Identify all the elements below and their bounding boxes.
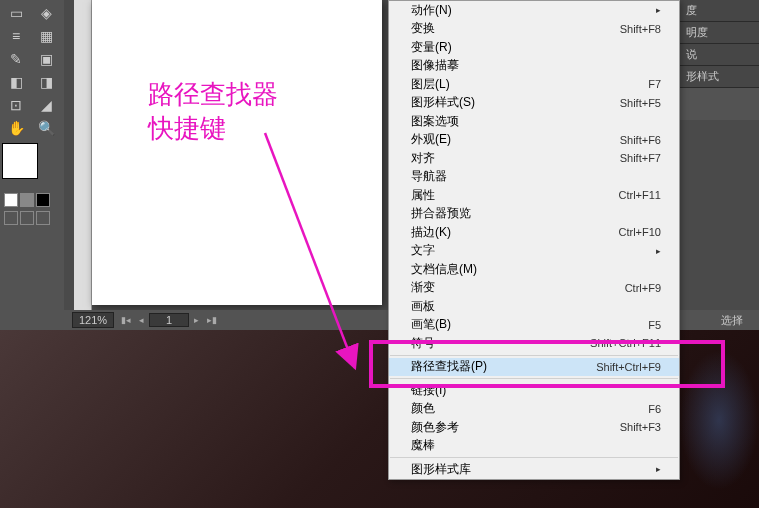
window-menu: 动作(N)变换Shift+F8变量(R)图像描摹图层(L)F7图形样式(S)Sh…	[388, 0, 680, 480]
mode-swatch[interactable]	[36, 193, 50, 207]
menu-item[interactable]: 颜色F6	[389, 400, 679, 419]
menu-separator	[390, 457, 678, 458]
page-navigator: ▮◂ ◂ 1 ▸ ▸▮	[118, 313, 220, 327]
panel-tab[interactable]: 说	[680, 44, 759, 66]
next-page-icon[interactable]: ▸	[191, 315, 202, 325]
menu-item-label: 图形样式(S)	[411, 94, 475, 111]
menu-item-shortcut: F7	[648, 78, 661, 90]
mode-row	[0, 191, 64, 209]
menu-item-shortcut: Shift+F5	[620, 97, 661, 109]
menu-item[interactable]: 描边(K)Ctrl+F10	[389, 223, 679, 242]
menu-item[interactable]: 变换Shift+F8	[389, 20, 679, 39]
panel-tab[interactable]: 形样式	[680, 66, 759, 88]
menu-item-shortcut: Shift+Ctrl+F9	[596, 361, 661, 373]
menu-item-label: 画板	[411, 298, 435, 315]
tool-icon[interactable]: ▭	[2, 2, 30, 24]
tool-icon[interactable]: ◢	[33, 94, 61, 116]
menu-item[interactable]: 图形样式(S)Shift+F5	[389, 94, 679, 113]
menu-item[interactable]: 导航器	[389, 168, 679, 187]
menu-item-label: 魔棒	[411, 437, 435, 454]
menu-item-label: 符号	[411, 335, 435, 352]
menu-item-shortcut: Shift+F6	[620, 134, 661, 146]
menu-item-label: 对齐	[411, 150, 435, 167]
page-input[interactable]: 1	[149, 313, 189, 327]
menu-item[interactable]: 图案选项	[389, 112, 679, 131]
menu-item[interactable]: 属性Ctrl+F11	[389, 186, 679, 205]
menu-item[interactable]: 画板	[389, 297, 679, 316]
menu-item[interactable]: 画笔(B)F5	[389, 316, 679, 335]
screen-mode-icon[interactable]	[36, 211, 50, 225]
last-page-icon[interactable]: ▸▮	[204, 315, 220, 325]
tool-grid: ▭ ◈ ≡ ▦ ✎ ▣ ◧ ◨ ⊡ ◢ ✋ 🔍	[0, 0, 64, 141]
menu-item[interactable]: 渐变Ctrl+F9	[389, 279, 679, 298]
tool-icon[interactable]: ◈	[33, 2, 61, 24]
menu-item[interactable]: 符号Shift+Ctrl+F11	[389, 334, 679, 353]
menu-item[interactable]: 外观(E)Shift+F6	[389, 131, 679, 150]
menu-item-label: 图形样式库	[411, 461, 471, 478]
menu-item-shortcut: Ctrl+F10	[619, 226, 662, 238]
menu-item-label: 颜色	[411, 400, 435, 417]
menu-item[interactable]: 图像描摹	[389, 57, 679, 76]
ruler-vertical	[74, 0, 92, 310]
prev-page-icon[interactable]: ◂	[136, 315, 147, 325]
tool-icon[interactable]: 🔍	[33, 117, 61, 139]
mode-swatch[interactable]	[20, 193, 34, 207]
menu-item-label: 拼合器预览	[411, 205, 471, 222]
menu-item[interactable]: 魔棒	[389, 437, 679, 456]
menu-separator	[390, 355, 678, 356]
menu-item[interactable]: 文档信息(M)	[389, 260, 679, 279]
menu-item[interactable]: 文字	[389, 242, 679, 261]
menu-item-label: 颜色参考	[411, 419, 459, 436]
menu-item[interactable]: 动作(N)	[389, 1, 679, 20]
menu-item[interactable]: 链接(I)	[389, 381, 679, 400]
artboard[interactable]	[92, 0, 382, 305]
menu-item-label: 画笔(B)	[411, 316, 451, 333]
tool-icon[interactable]: ◧	[2, 71, 30, 93]
menu-item[interactable]: 图层(L)F7	[389, 75, 679, 94]
menu-item-shortcut: F5	[648, 319, 661, 331]
selection-label: 选择	[721, 313, 743, 328]
menu-item-label: 图案选项	[411, 113, 459, 130]
color-swatches[interactable]	[2, 143, 48, 189]
menu-item[interactable]: 路径查找器(P)Shift+Ctrl+F9	[389, 358, 679, 377]
fill-swatch[interactable]	[2, 143, 38, 179]
screen-mode-icon[interactable]	[4, 211, 18, 225]
menu-item-label: 外观(E)	[411, 131, 451, 148]
menu-item-shortcut: F6	[648, 403, 661, 415]
tool-icon[interactable]: ▣	[33, 48, 61, 70]
menu-item-shortcut: Shift+F7	[620, 152, 661, 164]
menu-item[interactable]: 拼合器预览	[389, 205, 679, 224]
menu-item-shortcut: Shift+F8	[620, 23, 661, 35]
menu-item[interactable]: 对齐Shift+F7	[389, 149, 679, 168]
zoom-level[interactable]: 121%	[72, 312, 114, 328]
menu-item[interactable]: 颜色参考Shift+F3	[389, 418, 679, 437]
menu-item-label: 变量(R)	[411, 39, 452, 56]
menu-item-label: 图层(L)	[411, 76, 450, 93]
tool-icon[interactable]: ✎	[2, 48, 30, 70]
menu-item-label: 描边(K)	[411, 224, 451, 241]
menu-item-label: 文档信息(M)	[411, 261, 477, 278]
menu-item-label: 变换	[411, 20, 435, 37]
right-panels: 度 明度 说 形样式	[679, 0, 759, 120]
menu-item-shortcut: Ctrl+F11	[619, 189, 662, 201]
menu-separator	[390, 378, 678, 379]
menu-item-label: 属性	[411, 187, 435, 204]
menu-item[interactable]: 图形样式库	[389, 460, 679, 479]
menu-item-shortcut: Shift+F3	[620, 421, 661, 433]
menu-item-label: 路径查找器(P)	[411, 358, 487, 375]
panel-tab[interactable]: 明度	[680, 22, 759, 44]
menu-item[interactable]: 变量(R)	[389, 38, 679, 57]
tool-icon[interactable]: ⊡	[2, 94, 30, 116]
tool-icon[interactable]: ≡	[2, 25, 30, 47]
tool-icon[interactable]: ▦	[33, 25, 61, 47]
tool-icon[interactable]: ✋	[2, 117, 30, 139]
panel-tab[interactable]: 度	[680, 0, 759, 22]
menu-item-label: 导航器	[411, 168, 447, 185]
mode-swatch[interactable]	[4, 193, 18, 207]
menu-item-label: 链接(I)	[411, 382, 446, 399]
tool-icon[interactable]: ◨	[33, 71, 61, 93]
tools-panel: ▭ ◈ ≡ ▦ ✎ ▣ ◧ ◨ ⊡ ◢ ✋ 🔍	[0, 0, 64, 330]
first-page-icon[interactable]: ▮◂	[118, 315, 134, 325]
screen-mode-icon[interactable]	[20, 211, 34, 225]
menu-item-shortcut: Shift+Ctrl+F11	[590, 337, 661, 349]
